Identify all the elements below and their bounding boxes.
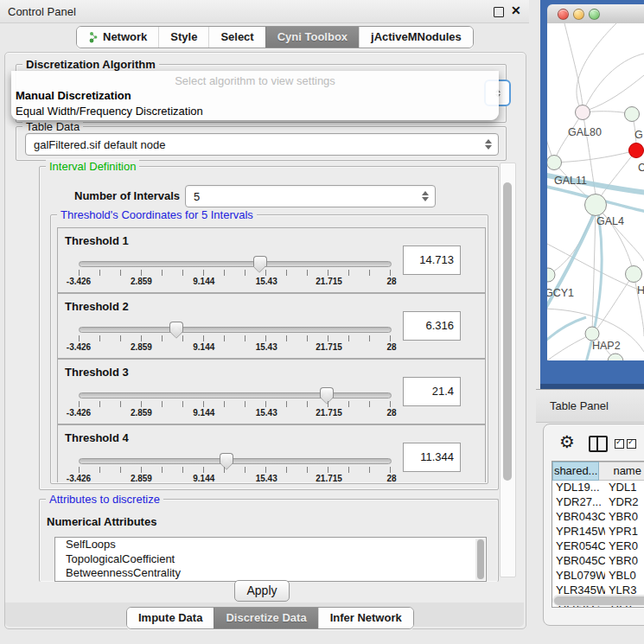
network-canvas[interactable]: GAL80 G C GAL11 GAL4 GCY1 H HAP2 xyxy=(547,23,644,360)
gear-icon[interactable]: ⚙ xyxy=(559,431,575,452)
settings-scrollbar[interactable] xyxy=(500,163,516,577)
table-row[interactable]: YBR043CYBR0 xyxy=(552,510,644,525)
slider-ticks xyxy=(79,401,392,407)
numerical-attributes-list[interactable]: SelfLoops TopologicalCoefficient Between… xyxy=(54,537,487,582)
table-data-combo[interactable]: galFiltered.sif default node xyxy=(25,133,499,156)
interval-definition-group: Interval Definition Number of Intervals … xyxy=(39,166,499,490)
network-node-selected-red[interactable] xyxy=(629,143,644,158)
slider-ticks xyxy=(79,467,392,473)
window-zoom-icon[interactable] xyxy=(589,9,600,20)
slider-track[interactable] xyxy=(79,392,392,399)
thresholds-group-title: Threshold's Coordinates for 5 Intervals xyxy=(57,208,257,221)
window-close-icon[interactable] xyxy=(558,9,569,20)
list-item[interactable]: BetweennessCentrality xyxy=(55,566,486,581)
network-node-gal11[interactable] xyxy=(547,156,562,170)
window-minimize-icon[interactable] xyxy=(573,9,584,20)
table-panel-body: ⚙ shared... name YDL19...YDL1 YDR27...YD… xyxy=(543,424,644,626)
dropdown-hint: Select algorithm to view settings xyxy=(11,74,499,87)
top-tab-bar: Network Style Select Cyni Toolbox jActiv… xyxy=(76,26,474,48)
thresholds-group: Threshold's Coordinates for 5 Intervals … xyxy=(50,214,488,484)
interval-group-title: Interval Definition xyxy=(46,160,139,173)
table-row[interactable]: YBR045CYBR0 xyxy=(552,554,644,569)
checkbox-icon[interactable] xyxy=(615,439,624,449)
table-row[interactable]: YBL079WYBL0 xyxy=(552,569,644,583)
tab-jactivemnodules[interactable]: jActiveMNodules xyxy=(359,27,473,48)
network-node-h[interactable] xyxy=(626,266,642,283)
threshold-3-value[interactable]: 21.4 xyxy=(403,377,461,406)
scrollbar-thumb[interactable] xyxy=(503,182,512,481)
network-label-gcy1: GCY1 xyxy=(547,287,574,299)
network-label-gal4: GAL4 xyxy=(596,215,624,227)
table-row[interactable]: YDR27...YDR2 xyxy=(552,495,644,510)
threshold-3-slider[interactable]: -3.426 2.859 9.144 15.43 21.715 28 xyxy=(79,360,392,424)
slider-ticks xyxy=(79,335,392,341)
tab-impute-data[interactable]: Impute Data xyxy=(127,608,214,628)
list-item[interactable]: SelfLoops xyxy=(55,538,486,552)
tab-network[interactable]: Network xyxy=(77,27,158,48)
network-node-gcy1[interactable] xyxy=(547,268,555,282)
table-row[interactable]: YDL19...YDL1 xyxy=(552,481,644,495)
threshold-2-value[interactable]: 6.316 xyxy=(403,311,461,341)
tab-select[interactable]: Select xyxy=(208,27,265,48)
slider-track[interactable] xyxy=(79,458,392,464)
list-scrollbar[interactable] xyxy=(475,539,485,580)
network-label-cut-h: H xyxy=(637,284,644,296)
tab-cyni-toolbox[interactable]: Cyni Toolbox xyxy=(265,27,359,48)
network-node-hap2[interactable] xyxy=(585,327,599,341)
scrollbar-thumb[interactable] xyxy=(554,596,644,605)
node-table[interactable]: shared... name YDL19...YDL1 YDR27...YDR2… xyxy=(552,461,644,608)
table-panel-title: Table Panel xyxy=(550,399,609,412)
algorithm-dropdown-popup: Select algorithm to view settings Manual… xyxy=(11,71,499,120)
slider-ticks xyxy=(79,270,392,276)
column-header-name[interactable]: name xyxy=(599,462,644,481)
threshold-4-slider[interactable]: -3.426 2.859 9.144 15.43 21.715 28 xyxy=(79,425,392,489)
list-item[interactable]: TopologicalCoefficient xyxy=(55,552,486,567)
table-horizontal-scrollbar[interactable] xyxy=(552,595,644,606)
tab-discretize-data[interactable]: Discretize Data xyxy=(214,608,317,628)
network-label-gal11: GAL11 xyxy=(554,175,587,187)
table-row[interactable]: YER054CYER0 xyxy=(552,539,644,554)
slider-scale: -3.426 2.859 9.144 15.43 21.715 28 xyxy=(79,474,392,484)
slider-thumb[interactable] xyxy=(253,256,267,266)
network-node-gal80[interactable] xyxy=(576,105,590,120)
slider-scale: -3.426 2.859 9.144 15.43 21.715 28 xyxy=(79,408,392,418)
threshold-4-value[interactable]: 11.344 xyxy=(403,443,461,472)
checkbox-icon[interactable] xyxy=(627,439,636,449)
tab-style[interactable]: Style xyxy=(158,27,208,48)
control-panel-titlebar: Control Panel xyxy=(0,0,529,23)
slider-thumb[interactable] xyxy=(220,453,233,463)
panel-title: Control Panel xyxy=(8,5,76,18)
attributes-group: Attributes to discretize Numerical Attri… xyxy=(39,499,499,582)
tab-infer-network[interactable]: Infer Network xyxy=(318,608,413,628)
table-data-group-title: Table Data xyxy=(22,120,83,133)
table-data-combo-value: galFiltered.sif default node xyxy=(26,138,481,151)
network-label-cut-g: G xyxy=(634,129,643,141)
network-label-cut-c: C xyxy=(638,162,644,174)
network-node-top-right[interactable] xyxy=(625,107,640,122)
numerical-attributes-heading: Numerical Attributes xyxy=(47,515,156,528)
slider-thumb[interactable] xyxy=(320,387,334,398)
dropdown-option-equal-width[interactable]: Equal Width/Frequency Discretization xyxy=(16,105,203,118)
network-icon xyxy=(88,31,99,43)
slider-thumb[interactable] xyxy=(169,322,183,332)
slider-track[interactable] xyxy=(79,327,392,333)
threshold-1-slider[interactable]: -3.426 2.859 9.144 15.43 21.715 28 xyxy=(79,228,392,292)
split-pane-icon[interactable] xyxy=(589,436,608,452)
slider-track[interactable] xyxy=(79,261,392,267)
table-row[interactable]: YPR145WYPR1 xyxy=(552,525,644,539)
threshold-2-slider[interactable]: -3.426 2.859 9.144 15.43 21.715 28 xyxy=(79,294,392,358)
network-label-hap2: HAP2 xyxy=(592,340,621,352)
apply-button[interactable]: Apply xyxy=(234,580,290,602)
threshold-2-panel: Threshold 2 -3.426 2.859 9.144 15.43 21.… xyxy=(57,293,486,359)
column-header-shared[interactable]: shared... xyxy=(552,462,599,481)
dropdown-option-manual[interactable]: Manual Discretization xyxy=(16,89,131,102)
network-node-gal4[interactable] xyxy=(585,194,607,216)
threshold-1-value[interactable]: 14.713 xyxy=(403,245,461,275)
close-icon[interactable]: ✕ xyxy=(511,3,521,17)
network-window-titlebar[interactable] xyxy=(547,4,644,24)
table-header-row: shared... name xyxy=(552,462,644,481)
algorithm-group-title: Discretization Algorithm xyxy=(22,58,159,71)
slider-scale: -3.426 2.859 9.144 15.43 21.715 28 xyxy=(79,342,392,353)
float-icon[interactable] xyxy=(494,7,504,17)
number-of-intervals-combo[interactable]: 5 xyxy=(185,185,436,207)
